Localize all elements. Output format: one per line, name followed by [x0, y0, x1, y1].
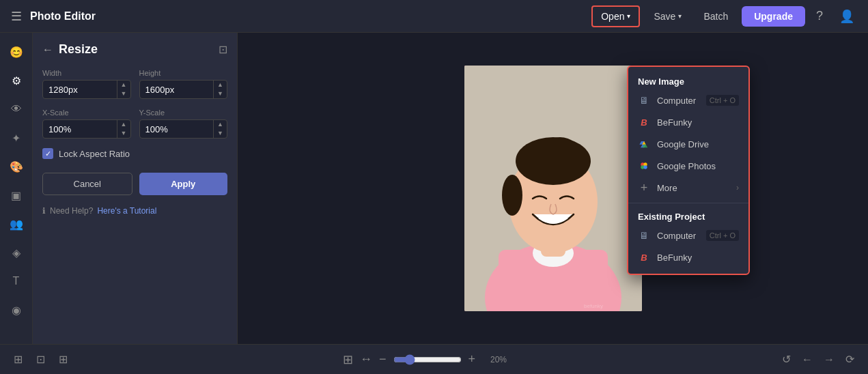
panel-copy-icon[interactable]: ⊡	[219, 43, 227, 56]
icon-sidebar: 😊 ⚙ 👁 ✦ 🎨 ▣ 👥 ◈ T ◉	[0, 33, 33, 344]
sidebar-icon-eye[interactable]: 👁	[4, 97, 29, 121]
existing-befunky-label: BeFunky	[657, 253, 739, 263]
app-title: Photo Editor	[30, 10, 96, 23]
sidebar-icon-frame[interactable]: ▣	[4, 183, 29, 207]
height-input[interactable]	[140, 81, 214, 98]
width-height-row: Width ▲ ▼ Height ▲ ▼	[42, 69, 227, 99]
yscale-spinners: ▲ ▼	[213, 120, 227, 138]
yscale-input[interactable]	[140, 121, 214, 138]
help-row: ℹ Need Help? Here's a Tutorial	[42, 206, 227, 216]
lock-aspect-row: Lock Aspect Ratio	[42, 148, 227, 159]
open-dropdown: New Image 🖥 Computer Ctrl + O B BeFunky	[627, 66, 750, 275]
panel-title: Resize	[59, 42, 213, 57]
new-gphotos-item[interactable]: Google Photos	[628, 155, 748, 177]
batch-button[interactable]: Batch	[695, 7, 736, 26]
yscale-up[interactable]: ▲	[214, 120, 227, 129]
save-chevron: ▾	[678, 12, 682, 20]
help-link[interactable]: Here's a Tutorial	[97, 206, 156, 216]
apply-button[interactable]: Apply	[139, 173, 228, 195]
forward-icon[interactable]: →	[821, 351, 837, 369]
dropdown-divider	[628, 203, 748, 203]
xscale-up[interactable]: ▲	[117, 120, 130, 129]
canvas-image: befunky	[464, 66, 642, 311]
xscale-input-wrap: ▲ ▼	[42, 119, 131, 139]
undo-icon[interactable]: ↺	[779, 350, 794, 369]
layers-icon[interactable]: ⊞	[11, 350, 25, 369]
dropdown-menu: New Image 🖥 Computer Ctrl + O B BeFunky	[627, 66, 750, 275]
gphotos-icon	[638, 160, 650, 172]
xscale-input[interactable]	[43, 121, 117, 138]
bottom-center-zoom: ⊞ ↔ − + 20%	[79, 352, 771, 367]
sidebar-icon-effects[interactable]: ✦	[4, 126, 29, 150]
action-buttons: Cancel Apply	[42, 173, 227, 195]
lock-aspect-checkbox[interactable]	[42, 148, 53, 159]
zoom-out-button[interactable]: −	[379, 352, 387, 366]
save-button[interactable]: Save ▾	[645, 7, 690, 26]
existing-project-title: Existing Project	[628, 207, 748, 225]
back-icon[interactable]: ←	[799, 351, 815, 369]
zoom-in-button[interactable]: +	[468, 352, 476, 366]
new-more-item[interactable]: + More ›	[628, 177, 748, 199]
new-computer-item[interactable]: 🖥 Computer Ctrl + O	[628, 89, 748, 111]
new-more-label: More	[657, 183, 729, 193]
zoom-slider[interactable]	[393, 354, 462, 365]
help-icon-button[interactable]: ?	[811, 6, 828, 26]
width-down[interactable]: ▼	[117, 89, 130, 98]
new-befunky-label: BeFunky	[657, 117, 739, 128]
panel-back-button[interactable]: ←	[42, 44, 53, 56]
sidebar-icon-graphics[interactable]: ◉	[4, 298, 29, 322]
sidebar-icon-sticker[interactable]: ◈	[4, 240, 29, 265]
history-icon[interactable]: ⟳	[843, 350, 857, 369]
save-label: Save	[654, 11, 675, 22]
existing-monitor-icon: 🖥	[638, 229, 650, 242]
sidebar-icon-text[interactable]: T	[4, 269, 29, 293]
panel-header: ← Resize ⊡	[42, 42, 227, 57]
svg-text:befunky: befunky	[584, 303, 603, 309]
xscale-down[interactable]: ▼	[117, 129, 130, 138]
new-befunky-item[interactable]: B BeFunky	[628, 111, 748, 133]
befunky-icon: B	[638, 116, 650, 128]
plus-icon: +	[638, 182, 650, 194]
profile-icon-button[interactable]: 👤	[834, 6, 860, 27]
new-gdrive-item[interactable]: Google Drive	[628, 133, 748, 155]
hamburger-icon[interactable]: ☰	[8, 6, 25, 27]
new-computer-shortcut: Ctrl + O	[706, 95, 739, 106]
canvas-area: befunky New Image 🖥 Computer Ctrl + O B …	[238, 33, 868, 344]
grid-icon[interactable]: ⊞	[56, 350, 70, 369]
width-input[interactable]	[43, 81, 117, 98]
fit-screen-button[interactable]: ⊞	[343, 352, 353, 367]
fit-width-button[interactable]: ↔	[360, 352, 372, 366]
upgrade-button[interactable]: Upgrade	[742, 6, 805, 27]
open-button[interactable]: Open ▾	[591, 5, 640, 27]
sidebar-icon-paint[interactable]: 🎨	[4, 154, 29, 179]
sidebar-icon-faces[interactable]: 😊	[4, 40, 29, 64]
height-down[interactable]: ▼	[214, 89, 227, 98]
height-up[interactable]: ▲	[214, 81, 227, 89]
existing-computer-shortcut: Ctrl + O	[706, 230, 739, 241]
resize-panel: ← Resize ⊡ Width ▲ ▼ Height	[33, 33, 238, 344]
xscale-label: X-Scale	[42, 109, 131, 117]
batch-label: Batch	[703, 11, 728, 22]
new-gphotos-label: Google Photos	[657, 161, 739, 171]
yscale-down[interactable]: ▼	[214, 129, 227, 138]
existing-computer-item[interactable]: 🖥 Computer Ctrl + O	[628, 225, 748, 246]
top-nav: ☰ Photo Editor Open ▾ Save ▾ Batch Upgra…	[0, 0, 868, 33]
cancel-button[interactable]: Cancel	[42, 173, 132, 195]
new-gdrive-label: Google Drive	[657, 139, 739, 149]
existing-befunky-item[interactable]: B BeFunky	[628, 246, 748, 268]
yscale-input-wrap: ▲ ▼	[139, 119, 228, 139]
width-label: Width	[42, 69, 131, 77]
crop-icon[interactable]: ⊡	[33, 350, 48, 369]
width-up[interactable]: ▲	[117, 81, 130, 89]
upgrade-label: Upgrade	[754, 11, 793, 22]
sidebar-icon-people[interactable]: 👥	[4, 212, 29, 236]
svg-point-13	[643, 165, 647, 169]
height-spinners: ▲ ▼	[213, 81, 227, 98]
bottom-right-icons: ↺ ← → ⟳	[779, 350, 857, 369]
zoom-value: 20%	[482, 355, 507, 364]
new-image-title: New Image	[628, 72, 748, 89]
height-label: Height	[139, 69, 228, 77]
monitor-icon: 🖥	[638, 94, 650, 106]
sidebar-icon-adjust[interactable]: ⚙	[4, 68, 29, 93]
bottom-bar: ⊞ ⊡ ⊞ ⊞ ↔ − + 20% ↺ ← → ⟳	[0, 344, 868, 374]
